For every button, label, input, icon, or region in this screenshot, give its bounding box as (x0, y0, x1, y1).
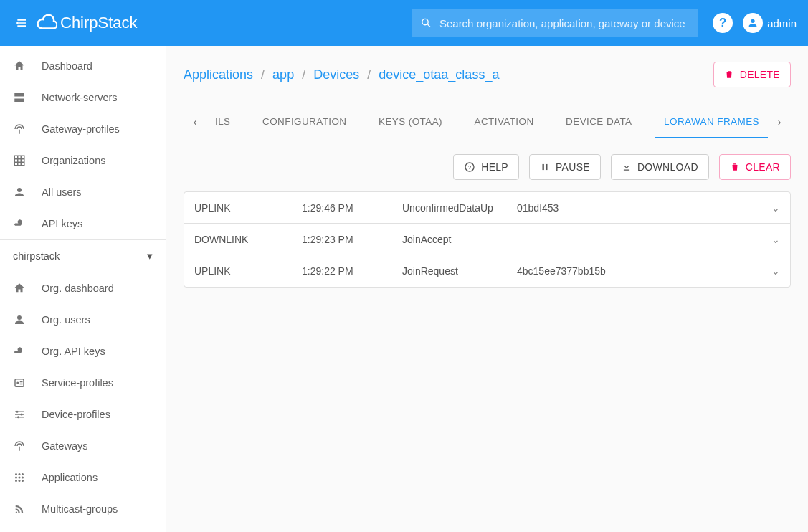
person-icon (13, 186, 26, 199)
sidebar-item-service-profiles[interactable]: Service-profiles (0, 367, 166, 399)
sidebar-item-all-users[interactable]: All users (0, 176, 166, 208)
question-icon: ? (719, 16, 726, 30)
rss-icon (13, 503, 26, 516)
svg-rect-2 (14, 93, 24, 97)
tab-ils[interactable]: ILS (206, 106, 239, 138)
sidebar-item-label: Organizations (42, 155, 105, 166)
sidebar-item-org-dashboard[interactable]: Org. dashboard (0, 272, 166, 304)
cloud-icon (36, 12, 57, 34)
svg-point-25 (15, 480, 17, 482)
frame-time: 1:29:46 PM (302, 202, 402, 214)
svg-rect-9 (15, 379, 24, 387)
frame-direction: UPLINK (194, 202, 302, 214)
sidebar-item-label: Org. dashboard (42, 282, 114, 294)
search-input[interactable] (438, 16, 690, 30)
help-button[interactable]: ? HELP (453, 154, 519, 180)
svg-point-16 (16, 411, 19, 413)
svg-point-23 (19, 477, 21, 479)
sidebar-item-org-api-keys[interactable]: Org. API keys (0, 336, 166, 367)
dns-icon (13, 91, 26, 104)
clear-button[interactable]: CLEAR (719, 154, 791, 180)
svg-rect-31 (546, 164, 547, 170)
svg-point-26 (19, 480, 21, 482)
sidebar-item-network-servers[interactable]: Network-servers (0, 82, 166, 113)
breadcrumb-item[interactable]: Applications (184, 67, 253, 82)
sidebar-item-device-profiles[interactable]: Device-profiles (0, 399, 166, 430)
brand-text: ChirpStack (60, 14, 138, 32)
tab-lorawan-frames[interactable]: LORAWAN FRAMES (655, 106, 768, 138)
sidebar-item-label: API keys (42, 218, 82, 229)
sidebar-item-dashboard[interactable]: Dashboard (0, 50, 166, 82)
svg-point-10 (16, 382, 19, 384)
help-button[interactable]: ? (713, 13, 733, 33)
tab-scroll-right[interactable]: › (768, 116, 791, 128)
sidebar-item-label: Gateways (42, 440, 87, 452)
frame-direction: UPLINK (194, 265, 302, 277)
sidebar-item-org-users[interactable]: Org. users (0, 304, 166, 336)
org-selector[interactable]: chirpstack ▾ (0, 239, 166, 272)
svg-rect-3 (14, 99, 24, 103)
download-button[interactable]: DOWNLOAD (611, 154, 709, 180)
svg-point-0 (422, 19, 428, 24)
breadcrumb-item[interactable]: device_otaa_class_a (379, 67, 499, 82)
pause-button[interactable]: PAUSE (529, 154, 601, 180)
tab-device-data[interactable]: DEVICE DATA (557, 106, 640, 138)
user-avatar-icon (743, 13, 763, 33)
svg-point-27 (22, 480, 24, 482)
app-header: ChirpStack ? admin (0, 0, 808, 46)
trash-icon (724, 70, 734, 80)
sidebar-item-applications[interactable]: Applications (0, 462, 166, 493)
frames-table: UPLINK1:29:46 PMUnconfirmedDataUp01bdf45… (184, 191, 791, 288)
tab-keys-otaa-[interactable]: KEYS (OTAA) (370, 106, 451, 138)
antenna-icon (13, 440, 26, 452)
sidebar-item-label: Dashboard (42, 60, 92, 72)
svg-text:?: ? (468, 164, 472, 171)
sidebar-item-label: Applications (42, 472, 98, 483)
sidebar-item-organizations[interactable]: Organizations (0, 145, 166, 176)
svg-point-18 (17, 416, 19, 418)
frame-row[interactable]: DOWNLINK1:29:23 PMJoinAccept⌄ (184, 224, 790, 255)
pause-label: PAUSE (556, 161, 590, 173)
sidebar-item-gateways[interactable]: Gateways (0, 430, 166, 462)
svg-rect-4 (14, 156, 24, 166)
drawer-toggle-button[interactable] (11, 12, 33, 34)
delete-label: DELETE (740, 69, 780, 80)
breadcrumb-item[interactable]: Devices (313, 67, 359, 82)
home-icon (13, 282, 26, 295)
chevron-down-icon[interactable]: ⌄ (763, 234, 780, 245)
frame-row[interactable]: UPLINK1:29:22 PMJoinRequest4bc15ee7377bb… (184, 255, 790, 287)
chevron-down-icon[interactable]: ⌄ (763, 202, 780, 214)
help-icon: ? (464, 161, 475, 173)
global-search[interactable] (412, 9, 698, 37)
home-icon (13, 60, 26, 72)
svg-point-24 (22, 477, 24, 479)
tab-scroll-left[interactable]: ‹ (184, 116, 206, 128)
grid-icon (13, 154, 26, 167)
frame-type: UnconfirmedDataUp (402, 202, 517, 214)
brand-logo[interactable]: ChirpStack (36, 12, 138, 34)
user-menu[interactable]: admin (743, 13, 797, 33)
breadcrumb-item[interactable]: app (272, 67, 294, 82)
chevron-down-icon[interactable]: ⌄ (763, 265, 780, 277)
sidebar-item-api-keys[interactable]: API keys (0, 208, 166, 239)
apps-icon (13, 471, 26, 484)
sidebar-item-label: Service-profiles (42, 377, 113, 389)
sidebar-item-label: Org. API keys (42, 346, 105, 357)
frame-type: JoinAccept (402, 234, 517, 245)
sidebar-item-multicast-groups[interactable]: Multicast-groups (0, 493, 166, 525)
sliders-icon (13, 408, 26, 421)
frame-row[interactable]: UPLINK1:29:46 PMUnconfirmedDataUp01bdf45… (184, 192, 790, 224)
breadcrumb: Applications / app / Devices / device_ot… (184, 67, 499, 82)
key-icon (13, 345, 26, 358)
svg-point-22 (15, 477, 17, 479)
sidebar: DashboardNetwork-serversGateway-profiles… (0, 46, 166, 532)
tab-configuration[interactable]: CONFIGURATION (254, 106, 355, 138)
sidebar-item-gateway-profiles[interactable]: Gateway-profiles (0, 113, 166, 145)
svg-point-19 (15, 473, 17, 475)
search-icon (420, 16, 432, 29)
badge-icon (13, 376, 26, 389)
tab-activation[interactable]: ACTIVATION (466, 106, 543, 138)
frame-direction: DOWNLINK (194, 234, 302, 245)
frame-type: JoinRequest (402, 265, 517, 277)
delete-button[interactable]: DELETE (713, 62, 791, 87)
